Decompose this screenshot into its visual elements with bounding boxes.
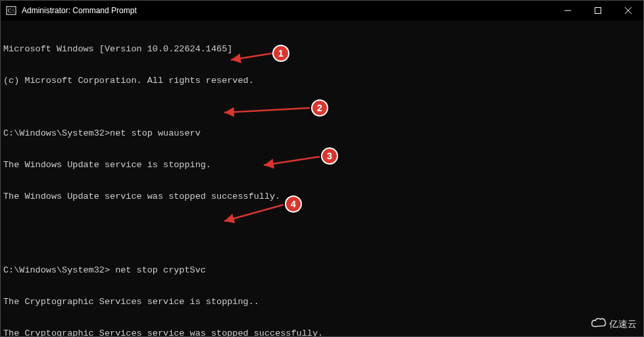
titlebar[interactable]: C:\ Administrator: Command Prompt bbox=[1, 1, 643, 20]
terminal-line: The Cryptographic Services service is st… bbox=[3, 297, 641, 307]
svg-text:C:\: C:\ bbox=[8, 8, 15, 14]
close-button[interactable] bbox=[613, 1, 643, 20]
maximize-button[interactable] bbox=[583, 1, 613, 20]
app-icon: C:\ bbox=[6, 5, 16, 16]
callout-2: 2 bbox=[311, 99, 328, 117]
window-title: Administrator: Command Prompt bbox=[22, 6, 553, 15]
command-prompt-window: C:\ Administrator: Command Prompt Micros… bbox=[0, 0, 644, 337]
terminal-line: C:\Windows\System32>net stop wuauserv bbox=[3, 128, 641, 139]
terminal-output[interactable]: Microsoft Windows [Version 10.0.22624.14… bbox=[1, 20, 643, 336]
minimize-button[interactable] bbox=[553, 1, 583, 20]
svg-rect-3 bbox=[595, 8, 601, 14]
cloud-icon bbox=[591, 317, 607, 331]
watermark-text: 亿速云 bbox=[609, 319, 637, 330]
watermark: 亿速云 bbox=[591, 317, 637, 331]
terminal-line: The Cryptographic Services service was s… bbox=[3, 328, 641, 336]
terminal-line: (c) Microsoft Corporation. All rights re… bbox=[3, 76, 641, 86]
terminal-line: C:\Windows\System32> net stop cryptSvc bbox=[3, 265, 641, 276]
terminal-line: Microsoft Windows [Version 10.0.22624.14… bbox=[3, 44, 641, 55]
terminal-line: The Windows Update service was stopped s… bbox=[3, 192, 641, 202]
callout-4: 4 bbox=[285, 195, 302, 213]
terminal-line: The Windows Update service is stopping. bbox=[3, 160, 641, 170]
callout-3: 3 bbox=[321, 147, 338, 165]
window-controls bbox=[553, 1, 643, 20]
callout-1: 1 bbox=[272, 45, 289, 62]
